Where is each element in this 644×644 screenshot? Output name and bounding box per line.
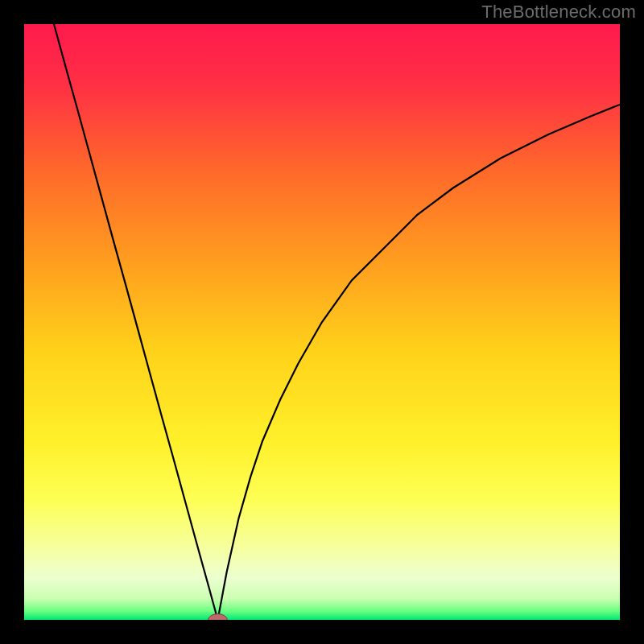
plot-area — [24, 24, 620, 620]
watermark-text: TheBottleneck.com — [481, 2, 636, 23]
chart-svg — [24, 24, 620, 620]
chart-frame: TheBottleneck.com — [0, 0, 644, 644]
